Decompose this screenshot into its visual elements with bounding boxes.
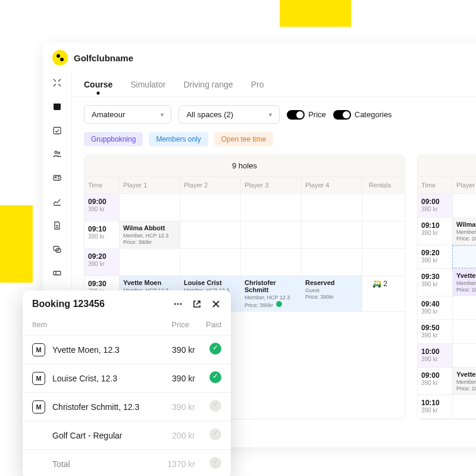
category-pills: Gruppbokning Members only Open tee time [72, 132, 476, 155]
empty-slot[interactable] [452, 194, 476, 217]
player-sub: Member, HCP 12.3 [245, 295, 298, 300]
pill-members-only[interactable]: Members only [149, 132, 208, 146]
player-sub: Member, HCP 12. [456, 229, 476, 235]
player-name: Yvette Moen [456, 272, 476, 279]
empty-slot[interactable] [240, 221, 301, 248]
filters: Amateour▾ All spaces (2)▾ Price Categori… [72, 97, 476, 132]
item-price: 390 kr [152, 374, 195, 383]
time-cell[interactable]: 09:00 390 kr [418, 368, 452, 394]
ticket-icon[interactable] [52, 268, 62, 278]
empty-slot[interactable] [301, 221, 362, 248]
player-slot[interactable]: Christofer Schmitt Member, HCP 12.3 Pric… [240, 276, 301, 311]
schedule-row: 09:40 390 kr [418, 296, 476, 320]
member-badge-icon: M [32, 400, 45, 414]
empty-slot[interactable] [301, 249, 362, 275]
document-icon[interactable] [52, 220, 62, 231]
empty-slot[interactable] [119, 194, 180, 221]
booking-line-item[interactable]: M Louise Crist, 12.3 390 kr [23, 364, 231, 392]
player-slot[interactable]: Wilma Abbott Member, HCP 12.3 Price: 390… [119, 221, 180, 248]
time-cell[interactable]: 09:50 390 kr [418, 320, 452, 343]
item-price: 200 kr [152, 431, 195, 440]
col-price: Price [171, 320, 189, 329]
empty-slot[interactable] [240, 194, 301, 221]
price-toggle[interactable]: Price [287, 110, 326, 120]
empty-slot[interactable] [180, 221, 240, 248]
player-name: Reserved [305, 279, 358, 286]
svg-rect-7 [54, 176, 61, 180]
player-slot[interactable]: Yvette Moen Member, HCP 12. Price: 100 k… [452, 368, 476, 394]
more-icon[interactable] [173, 299, 183, 309]
grid-header: Time Player 1 Player 2 Player 3 Player 4… [84, 177, 405, 194]
calendar-icon[interactable] [52, 101, 62, 112]
rentals-cell[interactable] [362, 221, 397, 248]
drop-target[interactable]: ✕ [452, 245, 476, 268]
time-cell[interactable]: 09:10 390 kr [84, 221, 119, 248]
svg-point-1 [60, 58, 64, 61]
schedule-panel-side: Time Player 1 09:00 390 kr 09:10 390 kr … [417, 155, 476, 419]
time-cell[interactable]: 10:10 390 kr [418, 395, 452, 418]
header-player-1: Player 1 [452, 177, 476, 193]
empty-slot[interactable] [452, 296, 476, 320]
empty-slot[interactable] [452, 395, 476, 418]
booking-modal: Booking 123456 Item PricePaid M Yvette M… [23, 290, 231, 476]
booking-line-item[interactable]: M Christofer Schmitt, 12.3 390 kr [23, 392, 231, 421]
id-card-icon[interactable] [52, 173, 62, 183]
empty-slot[interactable] [119, 249, 180, 275]
player-price: Price: 390kr [123, 239, 176, 245]
header-player-1: Player 1 [119, 177, 180, 193]
time-cell[interactable]: 09:00 390 kr [84, 194, 119, 221]
time-cell[interactable]: 09:00 390 kr [418, 194, 452, 217]
svg-point-12 [174, 303, 176, 305]
rentals-cell[interactable]: 🛺 2 [362, 276, 397, 311]
tab-pro[interactable]: Pro [251, 80, 264, 96]
expand-icon[interactable] [52, 77, 62, 88]
analytics-icon[interactable] [52, 196, 62, 207]
panel-title: 9 holes [84, 155, 405, 177]
player-slot[interactable]: Reserved Guest Price: 390kr [301, 276, 362, 311]
paid-indicator [209, 400, 221, 412]
spaces-select-value: All spaces (2) [186, 110, 233, 119]
time-value: 09:30 [88, 280, 115, 288]
time-cell[interactable]: 10:00 390 kr [418, 344, 452, 367]
col-item: Item [32, 320, 47, 329]
player-name: Yvette Moen [456, 371, 476, 378]
empty-slot[interactable] [301, 194, 362, 221]
rentals-cell[interactable] [362, 249, 397, 275]
categories-toggle[interactable]: Categories [333, 110, 392, 120]
time-cell[interactable]: 09:40 390 kr [418, 296, 452, 320]
time-cell[interactable]: 09:20 390 kr [418, 245, 452, 268]
booking-header: Booking 123456 [23, 290, 231, 318]
time-cell[interactable]: 09:10 390 kr [418, 218, 452, 245]
player-slot[interactable]: Wilma Abbott Member, HCP 12. Price: 100 … [452, 218, 476, 245]
tab-simulator[interactable]: Simulator [130, 80, 165, 96]
close-icon[interactable] [211, 299, 221, 309]
pill-open-tee[interactable]: Open tee time [214, 132, 273, 146]
empty-slot[interactable] [180, 249, 240, 275]
empty-slot[interactable] [452, 344, 476, 367]
player-price: Price: 390kr [245, 301, 298, 308]
rentals-cell[interactable] [362, 194, 397, 221]
spaces-select[interactable]: All spaces (2)▾ [178, 105, 280, 124]
booking-line-item[interactable]: M Yvette Moen, 12.3 390 kr [23, 335, 231, 364]
booking-title: Booking 123456 [32, 299, 105, 309]
brand-logo [52, 50, 68, 65]
time-cell[interactable]: 09:30 390 kr [418, 269, 452, 296]
time-value: 09:50 [421, 324, 449, 332]
pill-group-booking[interactable]: Gruppbokning [84, 132, 143, 146]
booking-columns: Item PricePaid [23, 318, 231, 335]
empty-slot[interactable] [240, 249, 301, 275]
player-price: Price: 390kr [305, 294, 358, 300]
calendar-check-icon[interactable] [52, 125, 62, 136]
empty-slot[interactable] [452, 320, 476, 343]
player-slot[interactable]: Yvette Moen Member, HCP 12. Price: 100 k… [452, 269, 476, 296]
level-select[interactable]: Amateour▾ [84, 105, 171, 124]
empty-slot[interactable] [180, 194, 240, 221]
tab-course[interactable]: Course [84, 80, 112, 96]
time-value: 09:40 [421, 300, 449, 308]
chat-icon[interactable] [52, 244, 62, 255]
users-icon[interactable] [52, 149, 62, 159]
booking-line-item[interactable]: Golf Cart - Regular 200 kr [23, 421, 231, 449]
tab-driving-range[interactable]: Driving range [183, 80, 233, 96]
time-cell[interactable]: 09:20 390 kr [84, 249, 119, 275]
external-link-icon[interactable] [192, 299, 202, 309]
